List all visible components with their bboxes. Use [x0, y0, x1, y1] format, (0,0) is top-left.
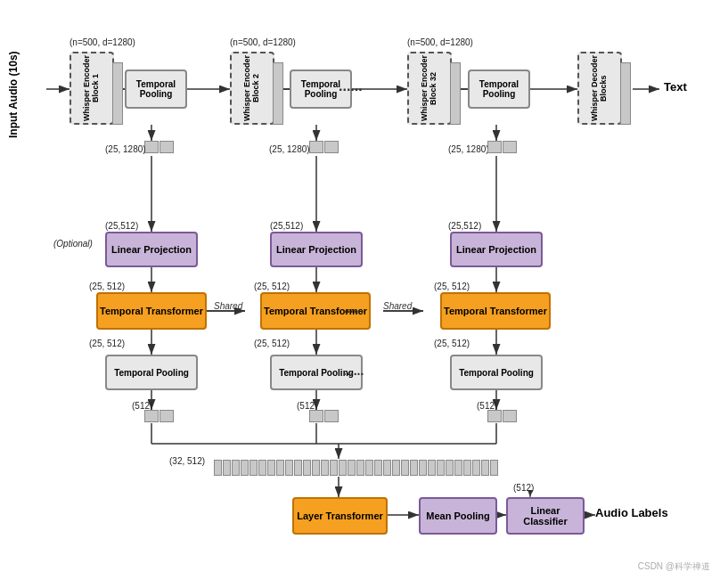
small-stack-3 — [487, 141, 517, 153]
dim-32-512-label: (32, 512) — [169, 456, 205, 466]
temporal-transformer-3: Temporal Transformer — [440, 292, 551, 330]
dim-25-1280-1: (25, 1280) — [105, 144, 146, 154]
dots-pooling: ...... — [343, 364, 364, 378]
optional-label: (Optional) — [53, 239, 93, 249]
temporal-pooling-3-top: Temporal Pooling — [468, 69, 530, 109]
temporal-pooling-1-bot: Temporal Pooling — [105, 355, 198, 390]
input-audio-label: Input Audio (10s) — [7, 49, 20, 138]
dim-25-1280-3: (25, 1280) — [448, 144, 489, 154]
whisper-block-2: Whisper Encoder Block 2 — [230, 52, 274, 125]
dots-transformer: ...... — [343, 301, 364, 315]
shared-label-1: Shared — [214, 301, 242, 311]
dim-25-512-1: (25,512) — [105, 221, 138, 231]
linear-classifier: Linear Classifier — [506, 497, 585, 535]
whisper-block-2-label: Whisper Encoder Block 2 — [243, 53, 261, 123]
whisper-decoder-label: Whisper Decoder Blocks — [591, 53, 609, 123]
dim-25-512-3: (25,512) — [448, 221, 481, 231]
small-stack-bot-2 — [309, 410, 339, 422]
dim-25-512-4: (25, 512) — [89, 282, 125, 291]
watermark: CSDN @科学禅道 — [638, 560, 710, 573]
dim-25-512-9: (25, 512) — [434, 339, 470, 348]
whisper-decoder-stack — [620, 62, 631, 125]
dim-512-final: (512) — [513, 483, 534, 493]
diagram: Input Audio (10s) Whisper Encoder Block … — [0, 0, 728, 580]
dim-25-512-5: (25, 512) — [254, 282, 290, 291]
long-bar-32-512 — [214, 460, 498, 476]
linear-proj-3: Linear Projection — [450, 232, 543, 267]
dim-n500-1: (n=500, d=1280) — [70, 37, 135, 47]
dim-25-512-6: (25, 512) — [434, 282, 470, 291]
small-stack-bot-1 — [144, 410, 174, 422]
whisper-decoder-blocks: Whisper Decoder Blocks — [577, 52, 622, 125]
dim-25-512-7: (25, 512) — [89, 339, 125, 348]
linear-proj-2: Linear Projection — [270, 232, 363, 267]
layer-transformer: Layer Transformer — [292, 497, 388, 535]
dim-n500-3: (n=500, d=1280) — [407, 37, 473, 47]
dim-25-512-2: (25,512) — [270, 221, 303, 231]
whisper-2-stack — [273, 62, 283, 125]
whisper-block-1-label: Whisper Encoder Block 1 — [83, 53, 101, 123]
dim-n500-2: (n=500, d=1280) — [230, 37, 296, 47]
audio-labels: Audio Labels — [595, 506, 668, 519]
whisper-block-1: Whisper Encoder Block 1 — [70, 52, 114, 125]
linear-proj-1: Linear Projection — [105, 232, 198, 267]
temporal-pooling-3-bot: Temporal Pooling — [450, 355, 543, 390]
mean-pooling: Mean Pooling — [419, 497, 497, 535]
dim-25-1280-2: (25, 1280) — [269, 144, 310, 154]
dim-25-512-8: (25, 512) — [254, 339, 290, 348]
temporal-transformer-1: Temporal Transformer — [96, 292, 207, 330]
small-stack-bot-3 — [487, 410, 517, 422]
whisper-block-32: Whisper Encoder Block 32 — [407, 52, 452, 125]
whisper-1-stack — [112, 62, 123, 125]
temporal-pooling-1-top: Temporal Pooling — [125, 69, 187, 109]
shared-label-2: Shared — [383, 301, 412, 311]
small-stack-1 — [144, 141, 174, 153]
text-output-label: Text — [664, 80, 687, 94]
small-stack-2 — [309, 141, 339, 153]
whisper-32-stack — [450, 62, 461, 125]
whisper-block-32-label: Whisper Encoder Block 32 — [421, 53, 438, 123]
dots-whisper: ...... — [339, 78, 363, 94]
